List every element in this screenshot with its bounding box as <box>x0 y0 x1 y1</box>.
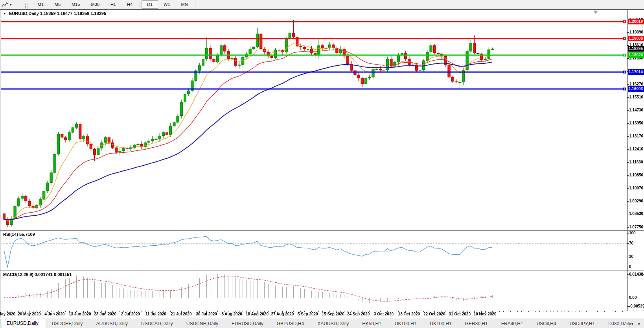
timeframe-button-mn[interactable]: MN <box>176 0 193 9</box>
price-level-label: 1.17014 <box>628 69 644 75</box>
price-level-label: 1.19008 <box>628 36 644 41</box>
price-level-label: 1.18024 <box>628 52 644 58</box>
timeframe-button-group: M1M5M15M30H1H4D1W1MN <box>32 0 197 9</box>
tab-usdcnh-daily[interactable]: USDCNH,Daily <box>180 320 225 328</box>
date-axis-label: 31 Oct 2020 <box>449 312 471 316</box>
price-axis-tick: 1.15510 <box>629 95 643 100</box>
price-level-label: 1.18395 <box>628 46 644 52</box>
chart-title: ▼ EURUSD,Daily 1.18359 1.18477 1.18359 1… <box>3 11 106 16</box>
date-axis-label: 24 Sep 2020 <box>347 312 370 316</box>
tab-hk50-h1[interactable]: HK50,H1 <box>355 320 388 328</box>
date-axis-label: 10 Nov 2020 <box>474 312 497 316</box>
date-axis-label: 21 Jul 2020 <box>171 312 191 316</box>
toolbar-separator <box>195 2 195 8</box>
timeframe-button-m30[interactable]: M30 <box>86 0 105 9</box>
chart-line-icon[interactable] <box>1 1 9 8</box>
date-axis-label: 8 Aug 2020 <box>221 312 242 316</box>
tab-eurusd-daily[interactable]: EURUSD,Daily <box>0 319 45 328</box>
chart-tab-bar: EURUSD,DailyUSDCHF,DailyAUDUSD,DailyUSDC… <box>0 318 644 328</box>
date-axis-label: 13 Oct 2020 <box>398 312 420 316</box>
price-axis-tick: 1.10850 <box>629 173 643 178</box>
tab-uk100-h1[interactable]: UK100,H1 <box>388 320 423 328</box>
rsi-axis-tick: 0 <box>629 265 631 269</box>
tab-uk100-h1[interactable]: UK100,H1 <box>423 320 458 328</box>
price-axis-tick: 1.13950 <box>629 121 643 126</box>
price-axis-tick: 1.10070 <box>629 186 643 191</box>
date-axis-label: 22 Oct 2020 <box>423 312 445 316</box>
date-axis-label: 15 Sep 2020 <box>322 312 344 316</box>
rsi-axis-tick: 70 <box>629 241 633 246</box>
price-axis-tick: 1.11630 <box>629 160 643 165</box>
price-axis-tick: 1.08530 <box>629 211 643 216</box>
tab-ger30-h1[interactable]: GER30,H1 <box>458 320 495 328</box>
timeframe-button-w1[interactable]: W1 <box>158 0 176 9</box>
toolbar-grip <box>25 2 28 8</box>
date-axis-label: 5 Sep 2020 <box>298 312 318 316</box>
collapse-triangle-icon[interactable]: ▼ <box>3 12 6 15</box>
chart-ohlc-values: 1.18359 1.18477 1.18359 1.18395 <box>40 11 106 16</box>
tab-usdjpy-h1[interactable]: USDJPY,H1 <box>563 320 602 328</box>
tab-xauusd-daily[interactable]: XAUUSD,Daily <box>311 320 355 328</box>
tab-eurusd-daily[interactable]: EURUSD,Daily <box>225 320 270 328</box>
tab-usoil-h4[interactable]: USOil,H4 <box>530 320 563 328</box>
date-axis-label: 4 Jun 2020 <box>44 312 64 316</box>
tab-scroll-arrows: ◄ ► <box>630 322 643 326</box>
tab-usdchf-daily[interactable]: USDCHF,Daily <box>45 320 90 328</box>
toolbar-separator <box>140 2 140 8</box>
date-axis-label: 26 May 2020 <box>18 312 40 316</box>
rsi-axis-tick: 100 <box>629 231 636 235</box>
price-axis-tick: 1.14730 <box>629 108 643 113</box>
rsi-header: RSI(14) 55.7109 <box>3 232 35 237</box>
price-axis-tick: 1.09290 <box>629 199 643 204</box>
date-axis-label: 27 Aug 2020 <box>271 312 294 316</box>
chart-symbol-label: EURUSD,Daily <box>9 11 39 16</box>
date-axis-label: 23 Jun 2020 <box>94 312 116 316</box>
macd-axis-tick: 0.00 <box>629 295 637 300</box>
tab-scroll-right-icon[interactable]: ► <box>638 322 643 326</box>
tab-usdcad-daily[interactable]: USDCAD,Daily <box>134 320 180 328</box>
timeframe-button-m5[interactable]: M5 <box>49 0 66 9</box>
macd-header: MACD(12,26,9) 0.001741 0.001151 <box>3 272 72 277</box>
macd-axis-tick: -0.005396 <box>629 304 644 309</box>
timeframe-button-m15[interactable]: M15 <box>66 0 85 9</box>
date-axis-label: 13 Jun 2020 <box>69 312 91 316</box>
tab-audusd-daily[interactable]: AUDUSD,Daily <box>89 320 134 328</box>
dropdown-caret-icon[interactable]: ▾ <box>10 3 12 7</box>
price-axis-tick: 1.13170 <box>629 134 643 139</box>
price-axis-tick: 1.07750 <box>629 225 643 230</box>
timeframe-button-h1[interactable]: H1 <box>105 0 121 9</box>
date-axis-label: 3 Oct 2020 <box>374 312 394 316</box>
rsi-axis-tick: 30 <box>629 254 633 259</box>
tab-scroll-left-icon[interactable]: ◄ <box>630 322 635 326</box>
date-axis-label: 18 Aug 2020 <box>246 312 269 316</box>
timeframe-button-d1[interactable]: D1 <box>142 0 158 9</box>
date-axis-label: 2 Jul 2020 <box>121 312 140 316</box>
price-axis-tick: 1.12410 <box>629 147 643 152</box>
macd-axis-tick: 0.014384 <box>629 272 644 277</box>
price-chart-canvas[interactable] <box>0 0 644 328</box>
date-axis-label: 11 Jul 2020 <box>145 312 166 316</box>
date-axis-label: 30 Jul 2020 <box>196 312 217 316</box>
tab-fra40-h1[interactable]: FRA40,H1 <box>495 320 530 328</box>
timeframe-button-h4[interactable]: H4 <box>121 0 138 9</box>
price-axis-tick: 1.19390 <box>629 30 643 35</box>
toolbar: ▾ M1M5M15M30H1H4D1W1MN <box>0 0 644 9</box>
price-level-label: 1.16003 <box>628 86 644 92</box>
tab-gbpusd-h4[interactable]: GBPUSD,H4 <box>270 320 311 328</box>
timeframe-button-m1[interactable]: M1 <box>32 0 49 9</box>
price-level-label: 1.20019 <box>628 19 644 24</box>
date-axis-label: 16 May 2020 <box>0 312 15 316</box>
